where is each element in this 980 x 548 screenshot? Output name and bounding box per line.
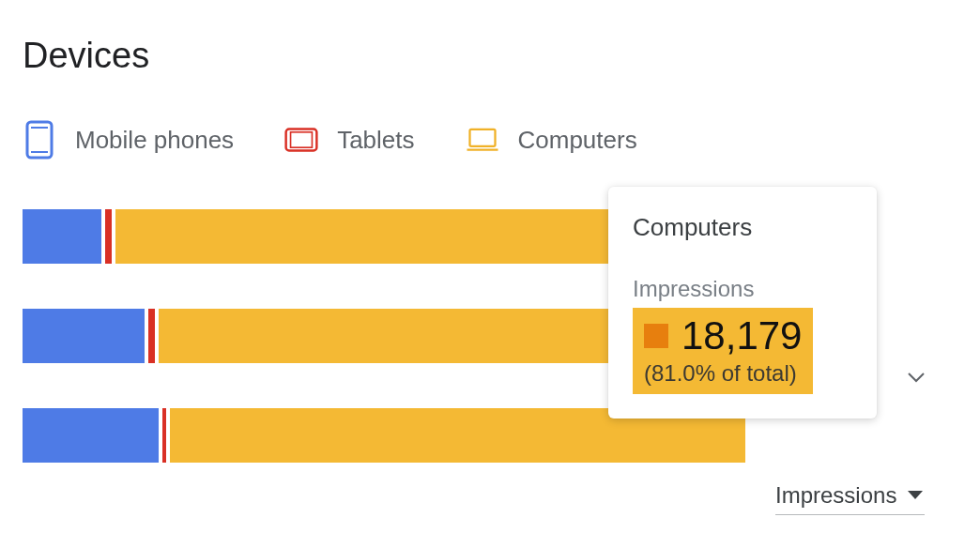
tooltip-percent-text: (81.0% of total)	[644, 360, 802, 387]
bar-segment-mobile[interactable]	[23, 408, 159, 463]
page-title: Devices	[23, 36, 957, 76]
tooltip-series-name: Computers	[633, 213, 854, 242]
tooltip-value-box: 18,179 (81.0% of total)	[633, 308, 813, 394]
legend-item-tablet[interactable]: Tablets	[284, 123, 414, 157]
legend-label-mobile: Mobile phones	[75, 126, 234, 155]
legend-item-mobile[interactable]: Mobile phones	[23, 123, 234, 157]
legend-label-computer: Computers	[518, 126, 637, 155]
bar-segment-mobile[interactable]	[23, 209, 101, 264]
tooltip-value: 18,179	[681, 313, 802, 358]
tooltip-color-swatch	[644, 324, 668, 348]
legend: Mobile phones Tablets Computers	[23, 123, 957, 157]
legend-label-tablet: Tablets	[337, 126, 414, 155]
chart-tooltip: Computers Impressions 18,179 (81.0% of t…	[608, 187, 877, 419]
svg-marker-7	[908, 491, 923, 499]
legend-item-computer[interactable]: Computers	[466, 123, 637, 157]
tablet-icon	[284, 123, 318, 157]
metric-selector-label: Impressions	[775, 482, 896, 509]
tooltip-metric-label: Impressions	[633, 276, 854, 302]
bar-segment-tablet[interactable]	[148, 309, 156, 363]
bar-segment-tablet[interactable]	[105, 209, 113, 264]
bar-segment-mobile[interactable]	[23, 309, 145, 363]
computer-icon	[466, 123, 499, 157]
svg-rect-5	[469, 129, 495, 146]
svg-rect-4	[291, 132, 313, 147]
dropdown-caret-icon	[906, 487, 925, 504]
metric-selector[interactable]: Impressions	[775, 482, 925, 515]
mobile-phone-icon	[23, 123, 56, 157]
dropdown-caret-icon	[907, 370, 926, 387]
